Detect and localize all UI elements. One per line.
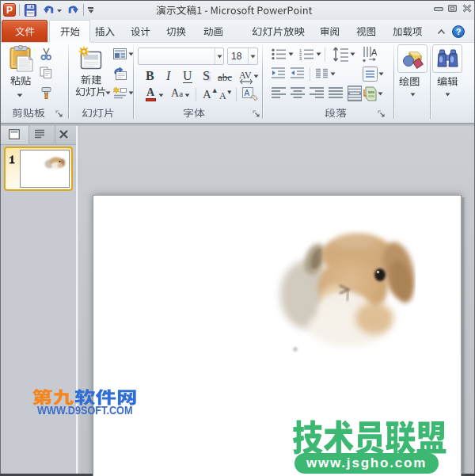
svg-text:A: A: [245, 89, 250, 97]
svg-text:A: A: [371, 48, 377, 57]
svg-text:3: 3: [299, 56, 302, 60]
